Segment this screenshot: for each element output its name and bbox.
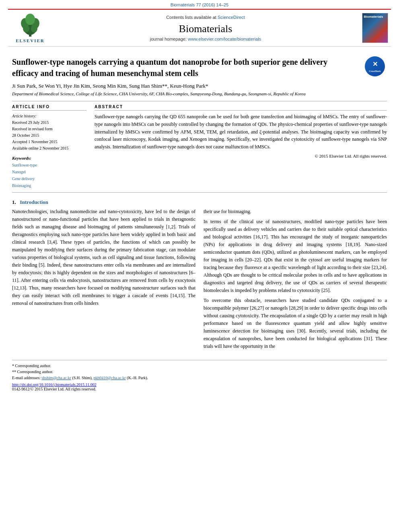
- abstract-body: Sunflower-type nanogels carrying the QD …: [95, 113, 387, 150]
- history-label: Article history:: [12, 113, 86, 119]
- journal-cover-area: Biomaterials: [359, 13, 391, 43]
- body-col-left: Nanotechnologies, including nanomedicine…: [12, 208, 195, 352]
- intro-text-col2-2: In terms of the clinical use of nanostru…: [204, 218, 387, 294]
- body-columns: Nanotechnologies, including nanomedicine…: [12, 208, 387, 352]
- body-section: 1. Introduction Nanotechnologies, includ…: [12, 199, 387, 352]
- keyword-1: Sunflower-type: [12, 162, 86, 168]
- email-author-2: (K.-H. Park).: [127, 376, 148, 380]
- doi-link[interactable]: http://dx.doi.org/10.1016/j.biomaterials…: [12, 382, 97, 387]
- article-title-section: Sunflower-type nanogels carrying a quant…: [12, 56, 387, 79]
- keywords-list: Sunflower-type Nanogel Gene delivery Bio…: [12, 162, 86, 189]
- footnotes: * Corresponding author. ** Corresponding…: [12, 363, 387, 381]
- doi-line[interactable]: http://dx.doi.org/10.1016/j.biomaterials…: [12, 382, 387, 387]
- keyword-4: Bioimaging: [12, 182, 86, 189]
- issn-line: 0142-9612/© 2015 Elsevier Ltd. All right…: [12, 387, 387, 391]
- crossmark-icon: ✕ CrossMark: [365, 56, 385, 76]
- elsevier-logo-area: ELSEVIER: [8, 13, 52, 43]
- section-name: Introduction: [20, 199, 49, 205]
- intro-text-col2-1: their use for bioimaging.: [204, 208, 387, 216]
- abstract-column: ABSTRACT Sunflower-type nanogels carryin…: [95, 105, 387, 189]
- journal-homepage-link[interactable]: journal homepage: www.elsevier.com/locat…: [150, 37, 261, 41]
- journal-cover-image: Biomaterials: [362, 13, 388, 43]
- corresponding-1: * Corresponding author.: [12, 363, 387, 369]
- footer-section: * Corresponding author. ** Corresponding…: [12, 360, 387, 391]
- corresponding-2: ** Corresponding author.: [12, 369, 387, 375]
- crossmark-badge[interactable]: ✕ CrossMark: [365, 56, 387, 78]
- crossmark-label: CrossMark: [369, 70, 380, 73]
- email-label: E-mail addresses:: [12, 376, 41, 380]
- divider: [12, 101, 387, 101]
- svg-point-6: [31, 25, 37, 33]
- article-title-text: Sunflower-type nanogels carrying a quant…: [12, 58, 327, 78]
- article-info-column: ARTICLE INFO Article history: Received 2…: [12, 105, 86, 189]
- elsevier-brand-text: ELSEVIER: [16, 38, 45, 43]
- section-1-heading: 1. Introduction: [12, 199, 387, 205]
- sciencedirect-link[interactable]: Contents lists available at ScienceDirec…: [166, 15, 245, 20]
- journal-reference: Biomaterials 77 (2016) 14–25: [0, 0, 399, 9]
- keyword-2: Nanogel: [12, 168, 86, 175]
- section-number: 1.: [12, 199, 16, 205]
- available-date: Available online 2 November 2015: [12, 146, 68, 150]
- svg-point-4: [25, 14, 35, 25]
- email-author-1: (S.H. Shim),: [72, 376, 93, 380]
- affiliation-text: Department of Biomedical Science, Colleg…: [12, 91, 387, 97]
- authors-text: Ji Sun Park, Se Won Yi, Hye Jin Kim, Seo…: [12, 83, 208, 89]
- intro-text-col2-3: To overcome this obstacle, researchers h…: [204, 297, 387, 350]
- revised-label: Received in revised form: [12, 127, 53, 131]
- info-abstract-columns: ARTICLE INFO Article history: Received 2…: [12, 105, 387, 189]
- intro-para-2: their use for bioimaging. In terms of th…: [204, 208, 387, 350]
- revised-date: 28 October 2015: [12, 133, 39, 138]
- intro-text-1: Nanotechnologies, including nanomedicine…: [12, 208, 195, 307]
- homepage-url[interactable]: www.elsevier.com/locate/biomaterials: [188, 37, 261, 41]
- email-link-1[interactable]: shshim@cha.ac.kr: [41, 376, 71, 380]
- copyright-notice: © 2015 Elsevier Ltd. All rights reserved…: [95, 154, 387, 158]
- email-addresses: E-mail addresses: shshim@cha.ac.kr (S.H.…: [12, 375, 387, 381]
- journal-header: ELSEVIER Contents lists available at Sci…: [8, 9, 391, 47]
- article-history: Article history: Received 29 July 2015 R…: [12, 113, 86, 152]
- keywords-section: Keywords: Sunflower-type Nanogel Gene de…: [12, 156, 86, 189]
- main-content: Sunflower-type nanogels carrying a quant…: [0, 47, 399, 395]
- received-date: Received 29 July 2015: [12, 120, 49, 125]
- elsevier-logo: ELSEVIER: [16, 13, 45, 43]
- keyword-3: Gene delivery: [12, 175, 86, 182]
- elsevier-tree-icon: [16, 13, 44, 37]
- body-divider: [12, 192, 387, 193]
- keywords-label: Keywords:: [12, 156, 86, 160]
- sciencedirect-anchor[interactable]: ScienceDirect: [218, 15, 245, 20]
- accepted-date: Accepted 1 November 2015: [12, 140, 57, 144]
- cover-title: Biomaterials: [364, 15, 383, 18]
- journal-title-area: Contents lists available at ScienceDirec…: [52, 13, 359, 43]
- crossmark-symbol: ✕: [372, 60, 378, 69]
- body-col-right: their use for bioimaging. In terms of th…: [204, 208, 387, 352]
- article-info-heading: ARTICLE INFO: [12, 105, 86, 111]
- svg-point-5: [23, 25, 29, 33]
- abstract-heading: ABSTRACT: [95, 105, 387, 111]
- authors-line: Ji Sun Park, Se Won Yi, Hye Jin Kim, Seo…: [12, 83, 387, 89]
- journal-name: Biomaterials: [179, 23, 232, 35]
- email-link-2[interactable]: pkh0410@cha.ac.kr: [94, 376, 126, 380]
- intro-para-1: Nanotechnologies, including nanomedicine…: [12, 208, 195, 307]
